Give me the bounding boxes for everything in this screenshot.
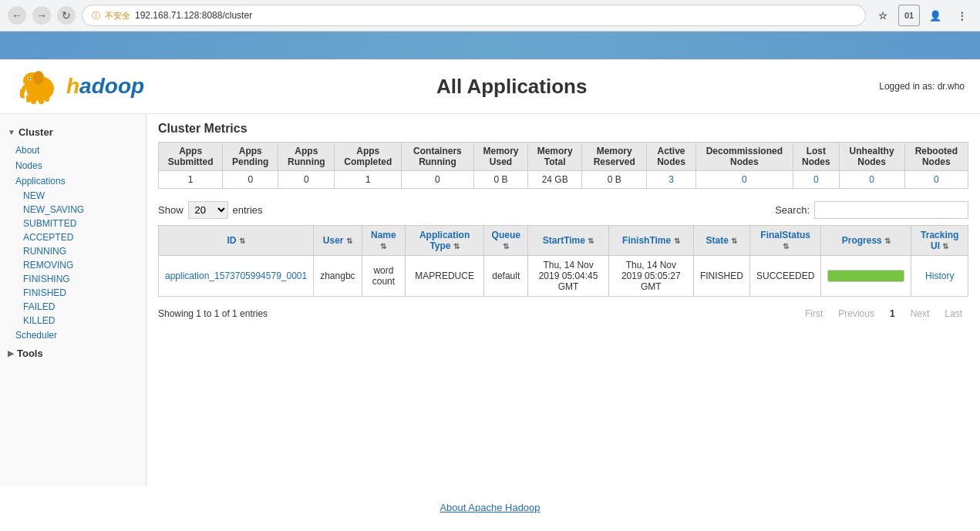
url-text: 192.168.71.128:8088/cluster [135, 10, 252, 21]
metrics-header-unhealthy-nodes: Unhealthy Nodes [839, 143, 904, 171]
star-button[interactable]: ☆ [872, 5, 894, 26]
metrics-header-apps-running: Apps Running [278, 143, 335, 171]
metrics-table: Apps Submitted Apps Pending Apps Running… [158, 142, 968, 189]
page-first-btn[interactable]: First [799, 306, 829, 321]
metrics-header-memory-used: Memory Used [473, 143, 527, 171]
lost-nodes-link[interactable]: 0 [813, 174, 819, 185]
sidebar-sub-removing[interactable]: REMOVING [0, 258, 146, 272]
back-button[interactable]: ← [8, 6, 26, 25]
search-input[interactable] [814, 201, 968, 219]
progress-bar-container [827, 270, 904, 282]
col-tracking-ui[interactable]: Tracking UI ⇅ [911, 226, 968, 256]
col-start-time[interactable]: StartTime ⇅ [528, 226, 608, 256]
profile-button[interactable]: 👤 [924, 5, 946, 26]
col-tracking-ui-label: Tracking UI [921, 230, 958, 251]
show-entries-control: Show 10 20 50 100 entries [158, 201, 263, 219]
progress-bar-fill [828, 271, 904, 281]
rebooted-nodes-link[interactable]: 0 [934, 174, 939, 185]
sidebar-sub-failed[interactable]: FAILED [0, 300, 146, 314]
logged-in-label: Logged in as: dr.who [879, 81, 965, 92]
unhealthy-nodes-link[interactable]: 0 [869, 174, 874, 185]
sidebar-sub-submitted[interactable]: SUBMITTED [0, 217, 146, 230]
sidebar-cluster-header[interactable]: ▼ Cluster [0, 122, 146, 143]
sidebar-sub-finished[interactable]: FINISHED [0, 286, 146, 300]
active-nodes-link[interactable]: 3 [668, 174, 674, 185]
col-progress-sort-icon: ⇅ [884, 237, 891, 245]
sidebar-sub-killed[interactable]: KILLED [0, 314, 146, 328]
col-name[interactable]: Name ⇅ [362, 226, 406, 256]
metrics-header-apps-pending: Apps Pending [223, 143, 278, 171]
page-footer: About Apache Hadoop [0, 486, 980, 529]
col-user[interactable]: User ⇅ [314, 226, 362, 256]
sidebar-sub-new[interactable]: NEW [0, 189, 146, 203]
col-final-status[interactable]: FinalStatus ⇅ [749, 226, 821, 256]
metrics-apps-submitted: 1 [159, 171, 223, 189]
col-progress[interactable]: Progress ⇅ [821, 226, 911, 256]
metrics-active-nodes: 3 [647, 171, 695, 189]
sidebar-cluster-label: Cluster [19, 126, 53, 138]
metrics-containers-running: 0 [402, 171, 474, 189]
extensions-button[interactable]: 01 [898, 5, 920, 26]
page-title: All Applications [144, 75, 879, 99]
col-queue[interactable]: Queue ⇅ [484, 226, 528, 256]
page-wrapper: hadoop All Applications Logged in as: dr… [0, 59, 980, 529]
page-1-btn[interactable]: 1 [884, 306, 901, 321]
entries-label: entries [233, 204, 263, 216]
hadoop-elephant-icon [15, 67, 62, 106]
sidebar-item-nodes[interactable]: Nodes [0, 158, 146, 173]
metrics-header-apps-completed: Apps Completed [335, 143, 402, 171]
metrics-header-active-nodes: Active Nodes [647, 143, 695, 171]
metrics-decommissioned-nodes: 0 [695, 171, 793, 189]
reload-button[interactable]: ↻ [57, 6, 76, 25]
metrics-header-lost-nodes: Lost Nodes [793, 143, 840, 171]
forward-button[interactable]: → [32, 6, 51, 25]
sidebar-sub-new-saving[interactable]: NEW_SAVING [0, 203, 146, 217]
svg-rect-7 [45, 94, 49, 102]
address-bar[interactable]: ⓘ 不安全 192.168.71.128:8088/cluster [82, 5, 866, 26]
footer-link[interactable]: About Apache Hadoop [439, 502, 540, 513]
sidebar-item-scheduler[interactable]: Scheduler [0, 328, 146, 343]
table-footer: Showing 1 to 1 of 1 entries First Previo… [158, 303, 968, 324]
metrics-header-containers-running: Containers Running [402, 143, 474, 171]
hadoop-logo: hadoop [15, 67, 144, 106]
entries-select[interactable]: 10 20 50 100 [188, 201, 228, 219]
sidebar-sub-accepted[interactable]: ACCEPTED [0, 230, 146, 244]
apps-table-header-row: ID ⇅ User ⇅ Name ⇅ Application Type [159, 226, 968, 256]
menu-button[interactable]: ⋮ [951, 5, 972, 26]
table-controls: Show 10 20 50 100 entries Search: [158, 201, 968, 219]
page-prev-btn[interactable]: Previous [832, 306, 881, 321]
sidebar-item-about[interactable]: About [0, 143, 146, 158]
col-finish-time-label: FinishTime [622, 235, 671, 246]
search-label: Search: [775, 204, 810, 216]
col-id[interactable]: ID ⇅ [159, 226, 314, 256]
tracking-ui-link[interactable]: History [925, 271, 954, 281]
page-next-btn[interactable]: Next [904, 306, 936, 321]
page-last-btn[interactable]: Last [938, 306, 968, 321]
col-state-sort-icon: ⇅ [731, 237, 737, 245]
content-area: ▼ Cluster About Nodes Applications NEW N… [0, 114, 980, 486]
col-user-label: User [323, 235, 344, 246]
app-id-link[interactable]: application_1573705994579_0001 [165, 271, 307, 281]
security-icon: ⓘ [92, 10, 100, 22]
sidebar-item-applications[interactable]: Applications [0, 173, 146, 189]
row-start-time: Thu, 14 Nov 2019 05:04:45 GMT [528, 256, 608, 297]
sidebar-sub-finishing[interactable]: FINISHING [0, 272, 146, 286]
col-state[interactable]: State ⇅ [693, 226, 749, 256]
metrics-apps-running: 0 [278, 171, 335, 189]
col-finish-time[interactable]: FinishTime ⇅ [608, 226, 693, 256]
sidebar-sub-running[interactable]: RUNNING [0, 244, 146, 258]
col-finish-time-sort-icon: ⇅ [674, 237, 680, 245]
svg-point-2 [33, 71, 44, 85]
col-app-type[interactable]: Application Type ⇅ [406, 226, 484, 256]
showing-text: Showing 1 to 1 of 1 entries [158, 308, 268, 319]
col-queue-sort-icon: ⇅ [503, 242, 509, 250]
metrics-header-rebooted-nodes: Rebooted Nodes [904, 143, 968, 171]
pagination: First Previous 1 Next Last [799, 306, 968, 321]
show-label: Show [158, 204, 184, 216]
metrics-header-memory-total: Memory Total [528, 143, 582, 171]
table-row: application_1573705994579_0001 zhangbc w… [159, 256, 968, 297]
page-header: hadoop All Applications Logged in as: dr… [0, 59, 980, 114]
decommissioned-nodes-link[interactable]: 0 [742, 174, 747, 185]
sidebar-tools-header[interactable]: ▶ Tools [0, 343, 146, 364]
metrics-rebooted-nodes: 0 [904, 171, 968, 189]
